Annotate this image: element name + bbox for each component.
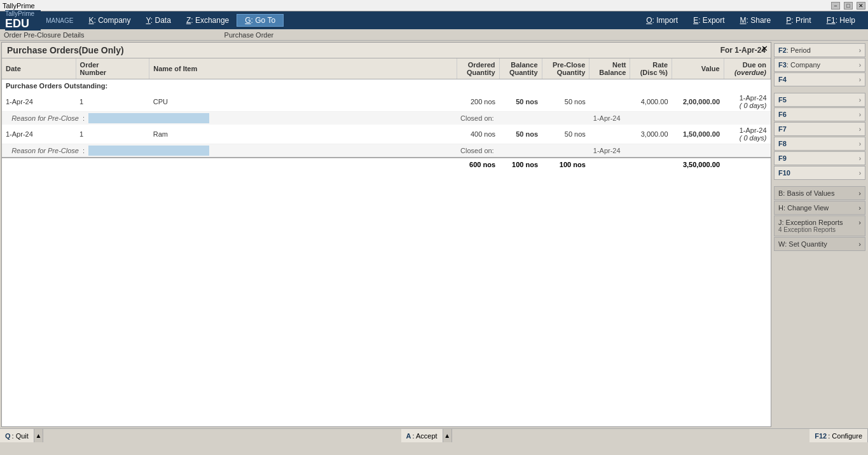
close-window-button[interactable]: ✕ <box>857 2 865 10</box>
col-item-name: Name of Item <box>149 58 457 79</box>
sidebar-f7-label: F7 <box>778 125 787 133</box>
total-value: 3,50,000.00 <box>672 158 724 171</box>
sidebar-w-label: W: Set Quantity <box>778 240 827 248</box>
sidebar-f2[interactable]: F2: Period › <box>774 43 865 57</box>
quit-label: : Quit <box>12 432 29 440</box>
sidebar-f9-chevron: › <box>859 155 861 162</box>
maximize-button[interactable]: □ <box>844 2 853 10</box>
closed-on-date-2: 1-Apr-24 <box>589 144 771 158</box>
col-date: Date <box>2 58 76 79</box>
sidebar-f2-label: F2: Period <box>778 46 811 54</box>
accept-label: : Accept <box>412 432 437 440</box>
configure-label: : Configure <box>828 432 862 440</box>
sidebar-f8[interactable]: F8 › <box>774 137 865 151</box>
sidebar-f10[interactable]: F10 › <box>774 166 865 180</box>
sidebar-f5[interactable]: F5 › <box>774 93 865 107</box>
sidebar-f4[interactable]: F4 › <box>774 72 865 86</box>
close-dialog-button[interactable]: ✕ <box>761 44 768 53</box>
table-row: 1-Apr-24 1 CPU 200 nos 50 nos 50 nos 4,0… <box>2 92 771 112</box>
menu-data[interactable]: Y: Data <box>139 13 179 27</box>
page-title: Purchase Orders(Due Only) <box>7 45 124 55</box>
col-value: Value <box>672 58 724 79</box>
accept-button[interactable]: A : Accept <box>401 429 443 442</box>
total-preclose-qty: 100 nos <box>542 158 589 171</box>
sidebar-set-quantity[interactable]: W: Set Quantity › <box>774 237 865 251</box>
menu-export[interactable]: E: Export <box>685 13 732 27</box>
quit-arrow[interactable]: ▲ <box>34 429 43 442</box>
total-label <box>2 158 457 171</box>
row1-date: 1-Apr-24 <box>2 92 76 112</box>
sidebar-f10-chevron: › <box>859 170 861 177</box>
row2-value: 1,50,000.00 <box>672 125 724 144</box>
total-balance-qty: 100 nos <box>499 158 542 171</box>
sidebar-f6-chevron: › <box>859 111 861 118</box>
table-body: Purchase Orders Outstanding: 1-Apr-24 1 … <box>2 79 771 172</box>
accept-arrow[interactable]: ▲ <box>443 429 452 442</box>
content-date: For 1-Apr-24 <box>720 46 766 55</box>
row2-balance-qty: 50 nos <box>499 125 542 144</box>
sidebar-f3-chevron: › <box>859 62 861 69</box>
menu-company[interactable]: K: Company <box>81 13 138 27</box>
section-header-row: Purchase Orders Outstanding: <box>2 79 771 93</box>
row1-due-on: 1-Apr-24( 0 days) <box>724 92 770 112</box>
minimize-button[interactable]: − <box>831 2 840 10</box>
exception-reports-badge: 4 Exception Reports <box>778 226 836 233</box>
sidebar-h-chevron: › <box>858 204 861 212</box>
app-full-name: TallyPrime <box>5 10 34 17</box>
configure-button[interactable]: F12 : Configure <box>809 429 868 442</box>
sidebar-f9-label: F9 <box>778 154 787 162</box>
sidebar-f8-chevron: › <box>859 140 861 147</box>
reason-input-2[interactable] <box>88 146 209 156</box>
goto-button[interactable]: G: Go To <box>237 14 284 27</box>
col-balance-qty: BalanceQuantity <box>499 58 542 79</box>
table-container: Date OrderNumber Name of Item OrderedQua… <box>2 58 771 426</box>
sidebar-basis-of-values[interactable]: B: Basis of Values › <box>774 186 865 200</box>
row1-balance-qty: 50 nos <box>499 92 542 112</box>
sidebar-f7[interactable]: F7 › <box>774 122 865 136</box>
menu-help[interactable]: F1: Help <box>819 13 863 27</box>
quit-button[interactable]: Q : Quit <box>0 429 34 442</box>
reason-row-2: Reason for Pre-Close : Closed on: 1-Apr-… <box>2 144 771 158</box>
quit-key: Q <box>5 432 11 440</box>
sidebar-exception-reports[interactable]: J: Exception Reports › 4 Exception Repor… <box>774 215 865 236</box>
menu-exchange[interactable]: Z: Exchange <box>179 13 237 27</box>
orders-table: Date OrderNumber Name of Item OrderedQua… <box>2 58 771 171</box>
configure-key: F12 <box>815 432 827 440</box>
closed-on-date-1: 1-Apr-24 <box>589 112 771 125</box>
menu-import[interactable]: O: Import <box>638 13 685 27</box>
total-row: 600 nos 100 nos 100 nos 3,50,000.00 <box>2 158 771 171</box>
title-bar: TallyPrime − □ ✕ <box>0 0 868 11</box>
row1-item: CPU <box>149 92 457 112</box>
sidebar-j-label: J: Exception Reports <box>778 219 843 226</box>
row1-nett-balance <box>589 92 630 112</box>
reason-label-1: Reason for Pre-Close : <box>2 112 457 125</box>
row2-due-on: 1-Apr-24( 0 days) <box>724 125 770 144</box>
sidebar-change-view[interactable]: H: Change View › <box>774 201 865 215</box>
reason-input-1[interactable] <box>88 113 209 123</box>
sidebar-j-row: J: Exception Reports › <box>778 219 861 226</box>
total-nett <box>589 158 630 171</box>
sidebar-f4-chevron: › <box>859 76 861 83</box>
sidebar-f7-chevron: › <box>859 126 861 133</box>
row1-value: 2,00,000.00 <box>672 92 724 112</box>
sidebar-f3[interactable]: F3: Company › <box>774 58 865 72</box>
sidebar-f2-chevron: › <box>859 47 861 54</box>
sidebar-b-chevron: › <box>858 189 861 197</box>
sidebar-f6[interactable]: F6 › <box>774 107 865 121</box>
row2-rate: 3,000.00 <box>630 125 672 144</box>
row1-rate: 4,000.00 <box>630 92 672 112</box>
table-row: 1-Apr-24 1 Ram 400 nos 50 nos 50 nos 3,0… <box>2 125 771 144</box>
sub-header-center: Purchase Order <box>224 31 274 39</box>
sidebar-f9[interactable]: F9 › <box>774 151 865 165</box>
sidebar-w-chevron: › <box>858 240 861 248</box>
sidebar-f5-chevron: › <box>859 97 861 104</box>
sidebar-f8-label: F8 <box>778 140 787 147</box>
menu-share[interactable]: M: Share <box>733 13 779 27</box>
row2-item: Ram <box>149 125 457 144</box>
menu-print[interactable]: P: Print <box>778 13 818 27</box>
accept-key: A <box>406 432 411 440</box>
total-ordered-qty: 600 nos <box>457 158 499 171</box>
main-layout: Purchase Orders(Due Only) For 1-Apr-24 ✕… <box>0 41 868 428</box>
sidebar-f6-label: F6 <box>778 111 787 118</box>
content-header: Purchase Orders(Due Only) For 1-Apr-24 ✕ <box>2 43 771 58</box>
